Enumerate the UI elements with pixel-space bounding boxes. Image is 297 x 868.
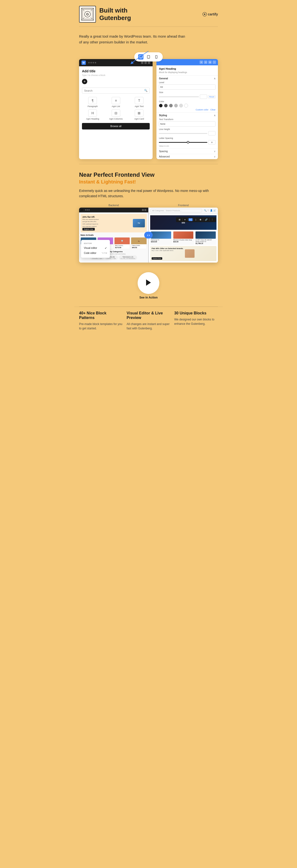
product-img-4: 👞 [131, 238, 146, 244]
paragraph-icon: ¶ [88, 97, 97, 104]
compare-right-frontend: All Categories Search Products... 🔍 ♡ 👤 … [149, 208, 218, 262]
demo-wrapper: W Add title Type / to choose a block + [79, 59, 218, 159]
nav-icon-search[interactable]: 🔍 [204, 209, 207, 212]
code-editor-option[interactable]: Code editor ⌥⇧M [81, 251, 110, 255]
feature-title-3: 30 Unique Blocks [174, 311, 218, 315]
feature-desc-3: We designed our own blocks to enhance th… [174, 317, 218, 326]
cta-play-button[interactable] [138, 272, 159, 294]
advanced-row[interactable]: Advanced ∨ [157, 154, 218, 159]
styling-header[interactable]: Styling ∧ [159, 114, 216, 117]
nav-icon-cart[interactable]: 🛒 [213, 209, 216, 212]
size-input[interactable] [200, 94, 207, 99]
svg-rect-9 [139, 56, 142, 58]
device-icons-bar[interactable] [134, 52, 163, 61]
toolbar-list-icon[interactable]: ≡ [184, 218, 186, 221]
sale-text: Flat 40% Offer on Selected brands. Buy 1… [152, 247, 184, 260]
block-item-paragraph[interactable]: ¶ Paragraph [82, 97, 103, 107]
panel-toolbar: ✕ ⊙ ⊕ ↑ [157, 59, 218, 65]
feature-desc-2: All changes are instant and super fast w… [127, 322, 170, 331]
toolbar-h2-badge[interactable]: H2 [189, 218, 193, 221]
agni-list-label: Agni List [111, 105, 120, 107]
toolbar-separator-icon[interactable]: | [195, 218, 197, 221]
styling-section: Styling ∧ Text Transform NoneUppercaseLo… [157, 112, 218, 149]
nav-icon-user[interactable]: 👤 [210, 209, 212, 212]
letter-spacing-input[interactable] [208, 140, 216, 145]
add-title: Add title [82, 69, 150, 73]
nav-icon-heart[interactable]: ♡ [207, 209, 209, 212]
compare-inner: W 20% flat Off. Pick [79, 208, 218, 262]
frontend-title: Near Perfect Frontend View [79, 172, 218, 178]
color-black[interactable] [159, 104, 163, 107]
panel-toolbar-icon-2: ⊙ [204, 61, 207, 64]
agni-card-icon: ⊠ [135, 110, 143, 117]
line-height-input[interactable] [208, 131, 216, 135]
explore-now-button[interactable]: Explore now [82, 228, 95, 230]
backend-hero-text: 20% flat Off. Pick your desired product … [82, 216, 99, 230]
mobile-icon[interactable] [154, 54, 159, 60]
color-white[interactable] [184, 104, 188, 107]
line-height-slider[interactable] [159, 133, 207, 134]
block-editor-panel: W Add title Type / to choose a block + [79, 59, 153, 159]
frontend-desc: Extremely quick as we unleashing the rea… [79, 188, 218, 199]
panel-general-header[interactable]: General ∧ [159, 77, 216, 80]
intro-section: Really a great tool made by WordPress te… [74, 27, 223, 48]
category-televisions[interactable]: Televisions (4)LG, RG, 16 Televisions [119, 255, 137, 260]
letter-spacing-slider[interactable] [159, 142, 207, 143]
arrow-nav[interactable]: ‹ › [144, 232, 153, 239]
toolbar-grid-icon[interactable]: ⊞ [178, 218, 181, 221]
right-product-card-3: LG 84" Class 4K UHD B7 Series Smart TV $… [195, 231, 217, 245]
block-item-agni-text[interactable]: T Agni Text [129, 97, 150, 107]
block-item-agni-card[interactable]: ⊠ Agni Card [129, 110, 150, 120]
plus-button[interactable]: + [82, 79, 87, 84]
toolbar-bold-icon[interactable]: B [199, 218, 202, 221]
block-item-agni-list[interactable]: ≡ Agni List [105, 97, 126, 107]
browse-all-button[interactable]: Browse all [82, 123, 150, 129]
features-grid: 40+ Nice Block Patterns Pre-made block t… [79, 311, 218, 331]
next-arrow[interactable]: › [149, 233, 150, 237]
panel-block-desc: Block for displaying headings [157, 71, 218, 75]
panel-block-name: Agni Heading [157, 65, 218, 71]
value-note: Value in em [159, 145, 216, 147]
text-transform-select[interactable]: NoneUppercaseLowercase [159, 121, 216, 127]
reset-button[interactable]: Reset [208, 95, 216, 98]
toolbar-more-icon[interactable]: ⋮ [210, 218, 214, 221]
svg-text:G: G [86, 12, 89, 16]
feature-title-1: 40+ Nice Block Patterns [79, 311, 123, 320]
product-card-4: 👞 Fabric Ankle... $43.52 [131, 237, 147, 249]
backend-hero-banner: 20% flat Off. Pick your desired product … [80, 214, 147, 232]
frontend-subtitle: Instant & Lightning Fast! [79, 179, 218, 185]
block-item-agni-heading[interactable]: H Agni Heading [82, 110, 103, 120]
prev-arrow[interactable]: ‹ [147, 233, 148, 237]
desktop-icon[interactable] [138, 54, 143, 60]
svg-point-13 [148, 58, 149, 58]
frontend-toolbar: All Categories Search Products... 🔍 ♡ 👤 … [149, 208, 218, 214]
tablet-icon[interactable] [146, 54, 151, 60]
search-input[interactable] [84, 89, 143, 92]
visual-editor-option[interactable]: Visual editor ✓ [81, 245, 110, 251]
custom-color-link[interactable]: Custom color [196, 108, 208, 111]
play-triangle-icon [146, 279, 151, 286]
explore-now-right[interactable]: Explore Now [152, 257, 162, 260]
panel-toolbar-icon-1: ✕ [200, 61, 203, 64]
line-height-label: Line Height [159, 128, 216, 130]
color-dark-gray[interactable] [164, 104, 168, 107]
sale-banner: Flat 40% Offer on Selected brands. Buy 1… [150, 246, 217, 261]
paragraph-label: Paragraph [88, 105, 98, 107]
agni-columns-icon: ⊟ [111, 110, 120, 117]
text-transform-label: Text Transform [159, 118, 216, 121]
block-item-agni-columns[interactable]: ⊟ Agni Columns [105, 110, 126, 120]
feature-unique-blocks: 30 Unique Blocks We designed our own blo… [174, 311, 218, 331]
color-lighter-gray[interactable] [179, 104, 183, 107]
color-light-gray[interactable] [174, 104, 178, 107]
size-slider-track[interactable] [159, 96, 199, 97]
agni-heading-icon: H [88, 110, 97, 117]
toolbar-link-icon[interactable]: 🔗 [204, 218, 208, 221]
level-select[interactable]: H2H1H3 [159, 84, 216, 90]
backend-toolbar: W [79, 208, 148, 212]
cta-label: See in Action [139, 296, 158, 299]
color-gray[interactable] [169, 104, 173, 107]
clear-link[interactable]: Clear [210, 108, 216, 111]
search-bar[interactable]: 🔍 [82, 88, 150, 94]
spacing-row[interactable]: Spacing ∨ [157, 149, 218, 154]
nav-search-box[interactable]: All Categories Search Products... [151, 209, 202, 212]
